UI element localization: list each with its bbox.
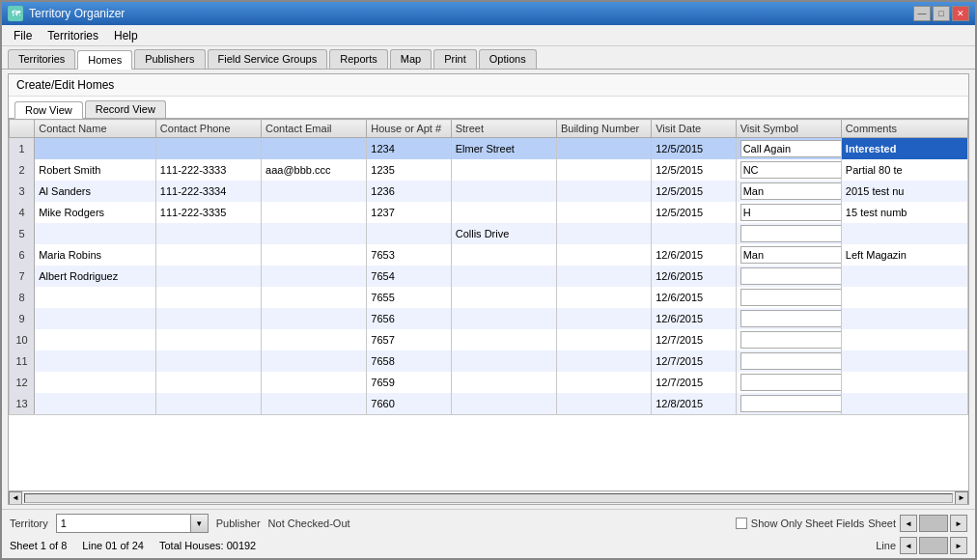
cell-visit-date[interactable]: 12/7/2015 (652, 329, 736, 350)
tab-publishers[interactable]: Publishers (134, 49, 205, 69)
cell-contact[interactable]: Albert Rodriguez (35, 266, 156, 287)
cell-building[interactable] (556, 266, 651, 287)
cell-house[interactable] (367, 223, 451, 244)
cell-email[interactable] (262, 308, 367, 329)
menu-help[interactable]: Help (106, 27, 146, 44)
cell-contact[interactable] (35, 393, 156, 415)
cell-phone[interactable] (155, 393, 261, 415)
cell-email[interactable] (262, 393, 367, 415)
cell-phone[interactable] (155, 372, 261, 393)
table-container[interactable]: Contact Name Contact Phone Contact Email… (9, 118, 968, 490)
cell-contact[interactable] (35, 138, 156, 160)
cell-visit-symbol[interactable]: ▼ (736, 159, 841, 181)
cell-street[interactable] (451, 244, 556, 266)
cell-visit-symbol[interactable]: ▼ (736, 350, 841, 372)
cell-street[interactable] (451, 287, 556, 308)
cell-visit-symbol[interactable]: ▼ (736, 372, 841, 393)
cell-contact[interactable] (35, 350, 156, 372)
menu-file[interactable]: File (6, 27, 40, 44)
cell-email[interactable] (262, 266, 367, 287)
cell-phone[interactable] (155, 287, 261, 308)
cell-phone[interactable] (155, 223, 261, 244)
cell-contact[interactable]: Al Sanders (35, 181, 156, 202)
cell-row-num[interactable]: 10 (10, 329, 35, 350)
cell-street[interactable] (451, 266, 556, 287)
cell-visit-date[interactable]: 12/7/2015 (652, 350, 736, 372)
cell-comments[interactable]: Partial 80 te (841, 159, 967, 181)
table-row[interactable]: 8765512/6/2015▼ (10, 287, 968, 308)
table-row[interactable]: 5Collis Drive▼ (10, 223, 968, 244)
cell-row-num[interactable]: 12 (10, 372, 35, 393)
cell-building[interactable] (556, 159, 651, 181)
cell-visit-date[interactable]: 12/5/2015 (652, 202, 736, 223)
cell-house[interactable]: 7660 (367, 393, 451, 415)
cell-contact[interactable]: Robert Smith (35, 159, 156, 181)
cell-email[interactable] (262, 223, 367, 244)
cell-phone[interactable]: 111-222-3334 (155, 181, 261, 202)
cell-row-num[interactable]: 4 (10, 202, 35, 223)
cell-street[interactable] (451, 159, 556, 181)
cell-comments[interactable] (841, 329, 967, 350)
visit-symbol-input[interactable] (740, 331, 842, 349)
cell-row-num[interactable]: 13 (10, 393, 35, 415)
territory-input[interactable] (56, 514, 191, 533)
cell-row-num[interactable]: 11 (10, 350, 35, 372)
cell-contact[interactable] (35, 223, 156, 244)
table-row[interactable]: 6Maria Robins765312/6/2015▼Left Magazin (10, 244, 968, 266)
cell-email[interactable] (262, 372, 367, 393)
cell-email[interactable] (262, 244, 367, 266)
cell-building[interactable] (556, 244, 651, 266)
table-row[interactable]: 7Albert Rodriguez765412/6/2015▼ (10, 266, 968, 287)
cell-row-num[interactable]: 9 (10, 308, 35, 329)
cell-email[interactable] (262, 350, 367, 372)
cell-contact[interactable]: Mike Rodgers (35, 202, 156, 223)
table-row[interactable]: 10765712/7/2015▼ (10, 329, 968, 350)
cell-email[interactable] (262, 202, 367, 223)
show-only-checkbox[interactable] (736, 518, 747, 529)
cell-phone[interactable] (155, 308, 261, 329)
cell-row-num[interactable]: 1 (10, 138, 35, 160)
cell-visit-symbol[interactable]: ▼ (736, 202, 841, 223)
tab-map[interactable]: Map (390, 49, 432, 69)
cell-row-num[interactable]: 8 (10, 287, 35, 308)
cell-building[interactable] (556, 287, 651, 308)
cell-street[interactable] (451, 202, 556, 223)
visit-symbol-input[interactable] (740, 395, 842, 412)
cell-house[interactable]: 7655 (367, 287, 451, 308)
table-row[interactable]: 9765612/6/2015▼ (10, 308, 968, 329)
tab-options[interactable]: Options (479, 49, 537, 69)
cell-email[interactable] (262, 287, 367, 308)
cell-building[interactable] (556, 223, 651, 244)
cell-building[interactable] (556, 372, 651, 393)
table-row[interactable]: 13766012/8/2015▼ (10, 393, 968, 415)
cell-phone[interactable] (155, 244, 261, 266)
tab-territories[interactable]: Territories (8, 49, 75, 69)
cell-comments[interactable] (841, 393, 967, 415)
cell-street[interactable] (451, 393, 556, 415)
cell-contact[interactable]: Maria Robins (35, 244, 156, 266)
cell-house[interactable]: 1235 (367, 159, 451, 181)
table-row[interactable]: 3Al Sanders111-222-3334123612/5/2015▼201… (10, 181, 968, 202)
visit-symbol-input[interactable] (740, 225, 842, 242)
cell-phone[interactable] (155, 329, 261, 350)
cell-house[interactable]: 7654 (367, 266, 451, 287)
cell-email[interactable]: aaa@bbb.ccc (262, 159, 367, 181)
visit-symbol-input[interactable] (740, 246, 842, 264)
cell-visit-symbol[interactable]: ▼ (736, 223, 841, 244)
visit-symbol-input[interactable] (740, 310, 842, 327)
line-next-button[interactable]: ► (950, 537, 967, 554)
cell-comments[interactable] (841, 308, 967, 329)
cell-house[interactable]: 1237 (367, 202, 451, 223)
sub-tab-row-view[interactable]: Row View (14, 101, 83, 119)
cell-visit-symbol[interactable]: ▼ (736, 329, 841, 350)
cell-street[interactable] (451, 308, 556, 329)
cell-visit-symbol[interactable]: ▼ (736, 266, 841, 287)
minimize-button[interactable]: — (913, 6, 931, 21)
sheet-prev-button[interactable]: ◄ (900, 515, 917, 532)
cell-visit-date[interactable]: 12/6/2015 (652, 287, 736, 308)
cell-contact[interactable] (35, 308, 156, 329)
cell-house[interactable]: 7657 (367, 329, 451, 350)
table-row[interactable]: 12765912/7/2015▼ (10, 372, 968, 393)
cell-visit-date[interactable]: 12/6/2015 (652, 266, 736, 287)
cell-comments[interactable] (841, 287, 967, 308)
